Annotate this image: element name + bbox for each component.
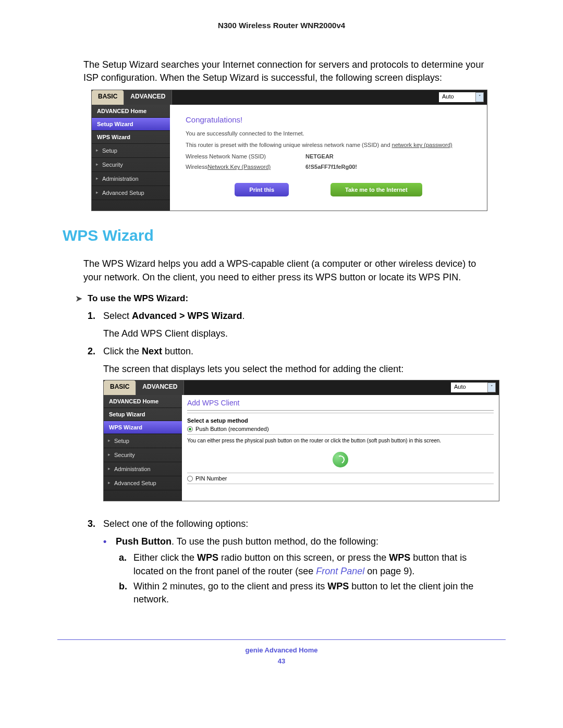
sidebar-item-advanced-home[interactable]: ADVANCED Home [92, 105, 170, 118]
step-3: 3. Select one of the following options: [88, 517, 506, 530]
sidebar-item-administration[interactable]: Administration [104, 462, 182, 476]
sidebar: ADVANCED Home Setup Wizard WPS Wizard Se… [92, 105, 170, 211]
sidebar-item-advanced-setup[interactable]: Advanced Setup [92, 186, 170, 200]
tab-basic[interactable]: BASIC [92, 90, 124, 105]
sidebar-item-wps-wizard[interactable]: WPS Wizard [104, 421, 182, 434]
sidebar-item-setup[interactable]: Setup [104, 434, 182, 448]
network-key-password-link[interactable]: network key (password) [392, 142, 452, 148]
document-header: N300 Wireless Router WNR2000v4 [57, 21, 506, 30]
page-number: 43 [0, 657, 563, 665]
push-button-label: Push Button (recommended) [195, 426, 269, 432]
step-2-sub: The screen that displays lets you select… [103, 362, 485, 376]
ssid-label: Wireless Network Name (SSID) [186, 153, 305, 159]
language-dropdown-icon[interactable]: ˅ [475, 92, 484, 102]
sidebar-item-setup[interactable]: Setup [92, 144, 170, 158]
congratulations-heading: Congratulations! [186, 115, 471, 124]
connected-text: You are successfully connected to the In… [186, 130, 471, 137]
pin-number-label: PIN Number [195, 475, 227, 482]
sidebar-item-security[interactable]: Security [92, 158, 170, 172]
footer-chapter-title: genie Advanced Home [0, 646, 563, 654]
pin-number-radio[interactable] [187, 476, 193, 482]
add-wps-client-title: Add WPS Client [187, 398, 494, 411]
sidebar-item-wps-wizard[interactable]: WPS Wizard [92, 131, 170, 144]
sub-step-a: a. Either click the WPS radio button on … [119, 551, 506, 577]
section-heading-wps-wizard: WPS Wizard [63, 227, 506, 244]
language-select[interactable]: Auto [451, 382, 487, 392]
tab-advanced[interactable]: ADVANCED [136, 380, 184, 395]
step-1-sub: The Add WPS Client displays. [103, 327, 485, 340]
sidebar-item-advanced-home[interactable]: ADVANCED Home [104, 395, 182, 408]
print-this-button[interactable]: Print this [235, 183, 289, 196]
screenshot-add-wps-client: BASIC ADVANCED Auto ˅ ADVANCED Home Setu… [103, 380, 499, 501]
intro-paragraph: The Setup Wizard searches your Internet … [83, 58, 490, 84]
screenshot-setup-wizard-success: BASIC ADVANCED Auto ˅ ADVANCED Home Setu… [91, 90, 487, 211]
sidebar-item-security[interactable]: Security [104, 448, 182, 462]
sidebar: ADVANCED Home Setup Wizard WPS Wizard Se… [104, 395, 182, 501]
wps-intro-paragraph: The WPS Wizard helps you add a WPS-capab… [83, 257, 490, 283]
push-button-radio[interactable] [187, 426, 193, 432]
sub-step-b: b. Within 2 minutes, go to the client an… [119, 580, 506, 606]
procedure-heading: ➤ To use the WPS Wizard: [76, 293, 506, 304]
step-2: 2. Click the Next button. [88, 344, 506, 358]
tab-advanced[interactable]: ADVANCED [124, 90, 172, 105]
preset-text: This router is preset with the following… [186, 142, 471, 148]
sidebar-item-setup-wizard[interactable]: Setup Wizard [92, 118, 170, 131]
bullet-push-button: • Push Button. To use the push button me… [103, 535, 506, 548]
network-key-value: 6!S5aFF7f1feRg00! [305, 164, 357, 170]
select-setup-method-heading: Select a setup method [187, 417, 494, 424]
footer-rule [57, 639, 506, 640]
ssid-value: NETGEAR [305, 153, 334, 159]
arrow-icon: ➤ [76, 294, 82, 303]
network-key-label: WirelessNetwork Key (Password) [186, 164, 305, 170]
wps-soft-button-icon[interactable] [333, 452, 348, 467]
sidebar-item-administration[interactable]: Administration [92, 172, 170, 186]
step-1: 1. Select Advanced > WPS Wizard. [88, 309, 506, 323]
language-dropdown-icon[interactable]: ˅ [487, 382, 496, 392]
language-select[interactable]: Auto [439, 92, 475, 102]
front-panel-link[interactable]: Front Panel [316, 566, 364, 576]
take-me-to-internet-button[interactable]: Take me to the Internet [331, 183, 422, 196]
push-button-note: You can either press the physical push b… [187, 438, 494, 443]
sidebar-item-advanced-setup[interactable]: Advanced Setup [104, 476, 182, 490]
tab-basic[interactable]: BASIC [104, 380, 136, 395]
sidebar-item-setup-wizard[interactable]: Setup Wizard [104, 408, 182, 421]
